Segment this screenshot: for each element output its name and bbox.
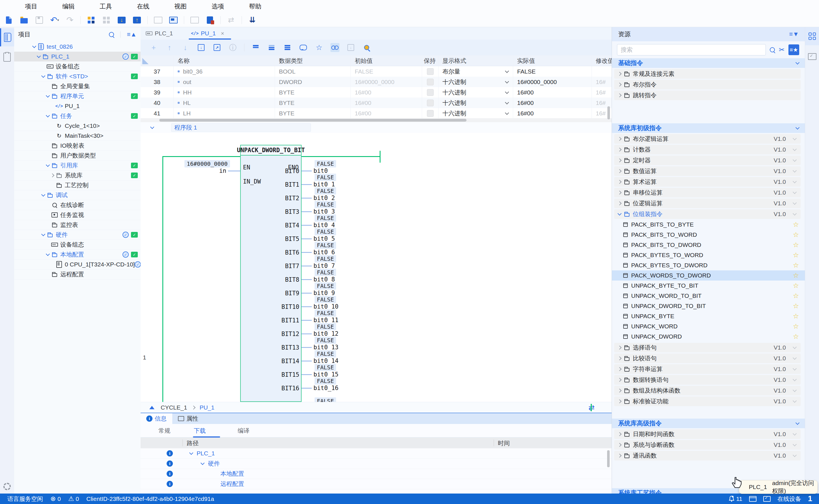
output-row[interactable]: BIT16 FALSE bit0_16 bbox=[240, 382, 399, 395]
folder-item[interactable]: 位逻辑运算V1.0 bbox=[614, 199, 801, 208]
favorite-star-icon[interactable]: ☆ bbox=[793, 221, 805, 229]
move-down-icon[interactable]: ↓ bbox=[181, 43, 190, 52]
insert-row-icon[interactable] bbox=[251, 43, 260, 52]
subtab-general[interactable]: 常规 bbox=[158, 427, 170, 435]
tree-item-system-lib[interactable]: 系统库✓ bbox=[14, 171, 141, 180]
menu-item[interactable]: 在线 bbox=[137, 2, 149, 11]
info-scrollbar[interactable] bbox=[607, 450, 610, 467]
keep-checkbox[interactable] bbox=[427, 68, 434, 75]
tab-properties[interactable]: 属性 bbox=[172, 413, 204, 424]
add-icon[interactable]: + bbox=[149, 43, 158, 52]
stop-device-icon[interactable] bbox=[205, 15, 215, 25]
favorite-star-icon[interactable]: ☆ bbox=[793, 282, 805, 290]
tree-item-online-diag[interactable]: 在线诊断 bbox=[14, 200, 141, 210]
search-input[interactable] bbox=[617, 44, 766, 55]
favorite-star-icon[interactable]: ☆ bbox=[793, 302, 805, 310]
info-row-local-config[interactable]: i本地配置 bbox=[141, 469, 612, 479]
variable-row[interactable]: 39 HH BYTE 16#00 十六进制 16#00 16# bbox=[141, 87, 612, 98]
favorite-star-icon[interactable]: ☆ bbox=[793, 261, 805, 269]
tree-item-plc[interactable]: PLC_1✓✓ bbox=[14, 52, 141, 62]
tree-item-cpu[interactable]: 0 CPU_1[T324-XP-CD-10]✓ bbox=[14, 260, 141, 270]
settings-gear-icon[interactable] bbox=[0, 477, 14, 496]
new-project-icon[interactable] bbox=[4, 15, 14, 25]
favorite-star-icon[interactable]: ☆ bbox=[793, 333, 805, 341]
folder-item[interactable]: 选择语句V1.0 bbox=[614, 343, 801, 352]
keep-checkbox[interactable] bbox=[427, 100, 434, 106]
online-device-icon[interactable] bbox=[763, 496, 771, 502]
format-dropdown[interactable]: 十六进制 bbox=[438, 108, 513, 119]
tree-item-maintask[interactable]: ↻MainTask<30> bbox=[14, 131, 141, 141]
favorite-icon[interactable]: ☆ bbox=[315, 43, 324, 52]
tree-item-libraries[interactable]: 引用库✓ bbox=[14, 161, 141, 171]
folder-item[interactable]: 系统与诊断函数V1.0 bbox=[614, 440, 801, 450]
folder-item[interactable]: 比较语句V1.0 bbox=[614, 354, 801, 363]
input-value-label[interactable]: 16#0000_0000 bbox=[184, 160, 230, 167]
keep-checkbox[interactable] bbox=[427, 79, 434, 85]
function-item[interactable]: UNPACK_DWORD☆ bbox=[612, 331, 805, 342]
input-var-label[interactable]: in bbox=[211, 167, 226, 174]
folder-item-expanded[interactable]: 位组装指令V1.0 bbox=[614, 209, 801, 219]
filter-favorites-icon[interactable]: ≡★ bbox=[788, 44, 799, 55]
notifications-bell[interactable]: 11 bbox=[729, 496, 742, 502]
function-item[interactable]: UNPACK_WORD☆ bbox=[612, 321, 805, 331]
keep-checkbox[interactable] bbox=[427, 89, 434, 96]
tree-item-software[interactable]: 软件 <STD>✓ bbox=[14, 72, 141, 81]
download-to-plc-icon[interactable]: ↓ bbox=[117, 15, 126, 25]
export-icon[interactable]: ↗ bbox=[212, 43, 222, 52]
tree-item-io-map[interactable]: IO映射表 bbox=[14, 141, 141, 151]
folder-item[interactable]: 数组及结构体函数V1.0 bbox=[614, 386, 801, 395]
subtab-download[interactable]: 下载 bbox=[194, 427, 206, 435]
breadcrumb-cycle[interactable]: CYCLE_1 bbox=[161, 404, 187, 411]
collapse-all-icon[interactable]: ≡▲ bbox=[127, 31, 137, 38]
section-basic-instructions[interactable]: 基础指令 bbox=[612, 58, 805, 68]
tree-item-tech-control[interactable]: 工艺控制 bbox=[14, 180, 141, 190]
variable-row[interactable]: 38 out DWORD 16#0000_0000 十六进制 16#0000_0… bbox=[141, 77, 612, 87]
folder-item[interactable]: 串移位运算V1.0 bbox=[614, 188, 801, 197]
ladder-canvas[interactable]: 1 UNPACK_DWORD_TO_BIT EN ENO IN_DW 16#00… bbox=[141, 133, 612, 402]
tree-item-local-config[interactable]: 本地配置✓✓ bbox=[14, 250, 141, 260]
variable-row[interactable]: 37 bit0_36 BOOL FALSE 布尔量 FALSE bbox=[141, 66, 612, 77]
info-row-remote-config[interactable]: i远程配置 bbox=[141, 479, 612, 489]
menu-item[interactable]: 选项 bbox=[212, 2, 224, 11]
format-dropdown[interactable]: 十六进制 bbox=[438, 77, 513, 87]
device-check-icon[interactable] bbox=[805, 48, 819, 66]
tab-pu1[interactable]: </>PU_1× bbox=[191, 27, 224, 40]
collapse-panel-icon[interactable] bbox=[149, 406, 154, 409]
search-icon[interactable] bbox=[770, 47, 775, 52]
select-all-corner[interactable] bbox=[141, 55, 174, 66]
folder-item[interactable]: 标准验证功能V1.0 bbox=[614, 397, 801, 406]
folder-item[interactable]: 日期和时间函数V1.0 bbox=[614, 429, 801, 439]
menu-item[interactable]: 帮助 bbox=[249, 2, 261, 11]
function-item[interactable]: UNPACK_DWORD_TO_BIT☆ bbox=[612, 301, 805, 311]
function-item[interactable]: PACK_BITS_TO_BYTE☆ bbox=[612, 219, 805, 230]
instruction-library-icon[interactable] bbox=[805, 27, 819, 45]
comment-icon[interactable] bbox=[299, 43, 308, 52]
section-system-advanced[interactable]: 系统库高级指令 bbox=[612, 419, 805, 428]
favorite-star-icon[interactable]: ☆ bbox=[793, 272, 805, 279]
delete-row-icon[interactable] bbox=[267, 43, 276, 52]
panel-layout-icon[interactable] bbox=[749, 496, 756, 502]
tree-item-hardware[interactable]: 硬件✓✓ bbox=[14, 230, 141, 240]
clipboard-panel-icon[interactable] bbox=[0, 48, 14, 66]
folder-item[interactable]: 定时器V1.0 bbox=[614, 156, 801, 165]
menu-item[interactable]: 工具 bbox=[100, 2, 112, 11]
connect-device-icon[interactable] bbox=[169, 15, 178, 25]
format-dropdown[interactable]: 十六进制 bbox=[438, 87, 513, 98]
function-item[interactable]: PACK_BITS_TO_DWORD☆ bbox=[612, 240, 805, 250]
function-item[interactable]: PACK_BYTES_TO_WORD☆ bbox=[612, 250, 805, 260]
table-horizontal-scrollbar[interactable] bbox=[141, 118, 612, 122]
warning-counter[interactable]: ⚠0 bbox=[68, 495, 79, 503]
breadcrumb-pu[interactable]: PU_1 bbox=[199, 404, 214, 411]
tree-item-device-config[interactable]: 设备组态 bbox=[14, 62, 141, 72]
folder-item[interactable]: 数值运算V1.0 bbox=[614, 166, 801, 176]
favorite-star-icon[interactable]: ☆ bbox=[793, 251, 805, 259]
error-counter[interactable]: ⊗0 bbox=[50, 495, 61, 503]
favorite-star-icon[interactable]: ☆ bbox=[793, 312, 805, 320]
list-view-icon[interactable] bbox=[283, 43, 292, 52]
subtab-compile[interactable]: 编译 bbox=[238, 427, 250, 435]
tree-item-user-types[interactable]: 用户数据类型 bbox=[14, 151, 141, 161]
menu-item[interactable]: 编辑 bbox=[62, 2, 75, 11]
project-explorer-icon[interactable] bbox=[0, 28, 14, 46]
function-item[interactable]: PACK_BITS_TO_WORD☆ bbox=[612, 230, 805, 240]
folder-item[interactable]: 算术运算V1.0 bbox=[614, 177, 801, 187]
